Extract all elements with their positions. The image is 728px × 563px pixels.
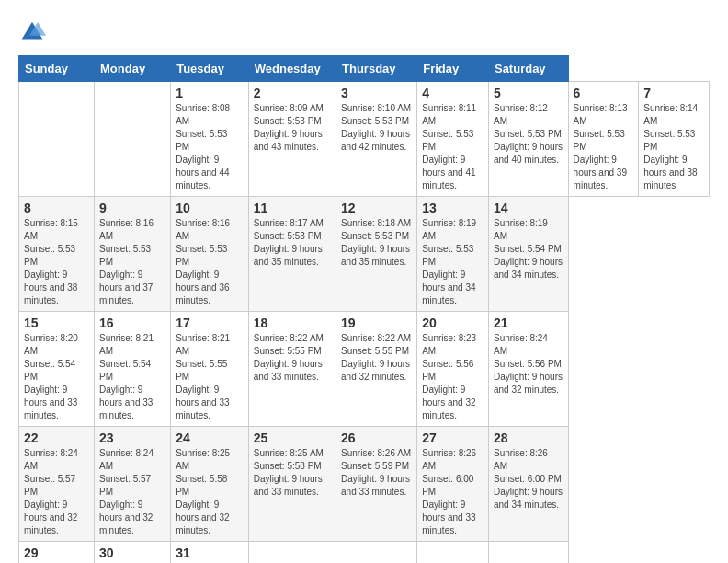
day-of-week-header: Sunday <box>19 56 95 82</box>
day-content: Sunrise: 8:24 AMSunset: 5:56 PMDaylight:… <box>494 332 563 396</box>
calendar-cell <box>95 82 171 197</box>
calendar-cell: 10Sunrise: 8:16 AMSunset: 5:53 PMDayligh… <box>171 197 249 312</box>
calendar-cell: 22Sunrise: 8:24 AMSunset: 5:57 PMDayligh… <box>19 427 95 542</box>
day-content: Sunrise: 8:11 AMSunset: 5:53 PMDaylight:… <box>422 102 483 192</box>
calendar-cell: 15Sunrise: 8:20 AMSunset: 5:54 PMDayligh… <box>19 312 95 427</box>
day-content: Sunrise: 8:25 AMSunset: 5:58 PMDaylight:… <box>176 447 244 537</box>
day-number: 3 <box>341 86 412 100</box>
day-content: Sunrise: 8:22 AMSunset: 5:55 PMDaylight:… <box>341 332 412 384</box>
calendar-cell: 11Sunrise: 8:17 AMSunset: 5:53 PMDayligh… <box>248 197 336 312</box>
day-number: 5 <box>494 86 563 100</box>
calendar-cell: 6Sunrise: 8:13 AMSunset: 5:53 PMDaylight… <box>568 82 639 197</box>
day-content: Sunrise: 8:13 AMSunset: 5:53 PMDaylight:… <box>574 102 634 192</box>
day-content: Sunrise: 8:15 AMSunset: 5:53 PMDaylight:… <box>24 217 89 307</box>
day-content: Sunrise: 8:16 AMSunset: 5:53 PMDaylight:… <box>176 217 244 307</box>
day-content: Sunrise: 8:08 AMSunset: 5:53 PMDaylight:… <box>176 102 244 192</box>
calendar-cell: 12Sunrise: 8:18 AMSunset: 5:53 PMDayligh… <box>336 197 417 312</box>
day-of-week-header: Thursday <box>336 56 417 82</box>
day-number: 19 <box>341 316 412 330</box>
day-of-week-header: Wednesday <box>248 56 336 82</box>
day-number: 24 <box>176 431 244 445</box>
day-number: 6 <box>574 86 634 100</box>
day-content: Sunrise: 8:21 AMSunset: 5:54 PMDaylight:… <box>99 332 165 422</box>
day-number: 16 <box>99 316 165 330</box>
day-content: Sunrise: 8:24 AMSunset: 5:57 PMDaylight:… <box>24 447 89 537</box>
calendar-cell: 27Sunrise: 8:26 AMSunset: 6:00 PMDayligh… <box>417 427 489 542</box>
day-number: 21 <box>494 316 563 330</box>
day-content: Sunrise: 8:26 AMSunset: 6:00 PMDaylight:… <box>494 447 563 511</box>
day-of-week-header: Friday <box>417 56 489 82</box>
calendar-week-row: 29Sunrise: 8:27 AMSunset: 6:01 PMDayligh… <box>19 542 710 564</box>
logo-icon <box>18 18 46 46</box>
day-content: Sunrise: 8:23 AMSunset: 5:56 PMDaylight:… <box>422 332 483 422</box>
calendar-cell: 25Sunrise: 8:25 AMSunset: 5:58 PMDayligh… <box>248 427 336 542</box>
day-number: 13 <box>422 201 483 215</box>
day-number: 1 <box>176 86 244 100</box>
logo <box>18 18 50 46</box>
calendar-cell: 18Sunrise: 8:22 AMSunset: 5:55 PMDayligh… <box>248 312 336 427</box>
calendar-cell-empty <box>19 82 95 197</box>
day-content: Sunrise: 8:14 AMSunset: 5:53 PMDaylight:… <box>643 102 704 192</box>
calendar-cell <box>417 542 489 564</box>
day-content: Sunrise: 8:18 AMSunset: 5:53 PMDaylight:… <box>341 217 412 269</box>
calendar-week-row: 22Sunrise: 8:24 AMSunset: 5:57 PMDayligh… <box>19 427 710 542</box>
calendar-week-row: 15Sunrise: 8:20 AMSunset: 5:54 PMDayligh… <box>19 312 710 427</box>
day-number: 4 <box>422 86 483 100</box>
calendar-cell <box>248 542 336 564</box>
calendar-cell: 7Sunrise: 8:14 AMSunset: 5:53 PMDaylight… <box>639 82 710 197</box>
day-number: 2 <box>254 86 331 100</box>
day-content: Sunrise: 8:24 AMSunset: 5:57 PMDaylight:… <box>99 447 165 537</box>
calendar-cell: 29Sunrise: 8:27 AMSunset: 6:01 PMDayligh… <box>19 542 95 564</box>
day-number: 17 <box>176 316 244 330</box>
day-number: 11 <box>254 201 331 215</box>
day-number: 14 <box>494 201 563 215</box>
day-number: 22 <box>24 431 89 445</box>
calendar-cell: 9Sunrise: 8:16 AMSunset: 5:53 PMDaylight… <box>95 197 171 312</box>
day-number: 20 <box>422 316 483 330</box>
calendar-cell: 13Sunrise: 8:19 AMSunset: 5:53 PMDayligh… <box>417 197 489 312</box>
calendar-cell: 24Sunrise: 8:25 AMSunset: 5:58 PMDayligh… <box>171 427 249 542</box>
calendar-cell: 21Sunrise: 8:24 AMSunset: 5:56 PMDayligh… <box>488 312 568 427</box>
calendar-cell: 19Sunrise: 8:22 AMSunset: 5:55 PMDayligh… <box>336 312 417 427</box>
calendar-cell: 17Sunrise: 8:21 AMSunset: 5:55 PMDayligh… <box>171 312 249 427</box>
day-number: 18 <box>254 316 331 330</box>
day-number: 12 <box>341 201 412 215</box>
calendar-cell: 4Sunrise: 8:11 AMSunset: 5:53 PMDaylight… <box>417 82 489 197</box>
calendar: SundayMondayTuesdayWednesdayThursdayFrid… <box>18 55 710 563</box>
calendar-cell <box>336 542 417 564</box>
header <box>18 18 710 46</box>
day-content: Sunrise: 8:26 AMSunset: 6:00 PMDaylight:… <box>422 447 483 537</box>
calendar-week-row: 1Sunrise: 8:08 AMSunset: 5:53 PMDaylight… <box>19 82 710 197</box>
day-content: Sunrise: 8:21 AMSunset: 5:55 PMDaylight:… <box>176 332 244 422</box>
day-of-week-header: Tuesday <box>171 56 249 82</box>
day-number: 23 <box>99 431 165 445</box>
day-number: 10 <box>176 201 244 215</box>
calendar-header-row: SundayMondayTuesdayWednesdayThursdayFrid… <box>19 56 710 82</box>
day-number: 31 <box>176 546 244 560</box>
calendar-cell: 5Sunrise: 8:12 AMSunset: 5:53 PMDaylight… <box>488 82 568 197</box>
calendar-cell: 3Sunrise: 8:10 AMSunset: 5:53 PMDaylight… <box>336 82 417 197</box>
day-number: 26 <box>341 431 412 445</box>
calendar-cell: 28Sunrise: 8:26 AMSunset: 6:00 PMDayligh… <box>488 427 568 542</box>
calendar-cell: 2Sunrise: 8:09 AMSunset: 5:53 PMDaylight… <box>248 82 336 197</box>
day-number: 7 <box>643 86 704 100</box>
day-number: 9 <box>99 201 165 215</box>
day-number: 8 <box>24 201 89 215</box>
calendar-cell: 23Sunrise: 8:24 AMSunset: 5:57 PMDayligh… <box>95 427 171 542</box>
day-content: Sunrise: 8:09 AMSunset: 5:53 PMDaylight:… <box>254 102 331 154</box>
day-content: Sunrise: 8:19 AMSunset: 5:54 PMDaylight:… <box>494 217 563 282</box>
calendar-cell: 16Sunrise: 8:21 AMSunset: 5:54 PMDayligh… <box>95 312 171 427</box>
calendar-week-row: 8Sunrise: 8:15 AMSunset: 5:53 PMDaylight… <box>19 197 710 312</box>
calendar-cell: 14Sunrise: 8:19 AMSunset: 5:54 PMDayligh… <box>488 197 568 312</box>
calendar-cell: 31Sunrise: 8:27 AMSunset: 6:03 PMDayligh… <box>171 542 249 564</box>
day-content: Sunrise: 8:19 AMSunset: 5:53 PMDaylight:… <box>422 217 483 307</box>
day-content: Sunrise: 8:16 AMSunset: 5:53 PMDaylight:… <box>99 217 165 307</box>
calendar-cell: 8Sunrise: 8:15 AMSunset: 5:53 PMDaylight… <box>19 197 95 312</box>
day-content: Sunrise: 8:26 AMSunset: 5:59 PMDaylight:… <box>341 447 412 499</box>
day-content: Sunrise: 8:12 AMSunset: 5:53 PMDaylight:… <box>494 102 563 167</box>
day-number: 30 <box>99 546 165 560</box>
day-number: 29 <box>24 546 89 560</box>
day-content: Sunrise: 8:17 AMSunset: 5:53 PMDaylight:… <box>254 217 331 269</box>
calendar-cell <box>488 542 568 564</box>
day-content: Sunrise: 8:10 AMSunset: 5:53 PMDaylight:… <box>341 102 412 154</box>
